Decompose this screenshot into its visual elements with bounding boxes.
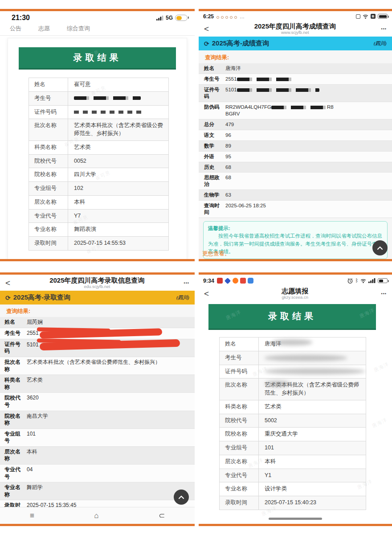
android-back-button[interactable]: ⊃	[159, 511, 165, 520]
battery-icon	[175, 15, 188, 21]
recents-button[interactable]: ≡	[30, 511, 34, 520]
row-value: 艺术类	[259, 400, 366, 414]
row-label: 生物学	[199, 190, 223, 200]
row-label: 录取时间	[29, 237, 68, 250]
row-value: 96	[223, 130, 392, 140]
row-value: 南昌大学	[24, 411, 195, 428]
table-row: 生物学63	[199, 190, 392, 201]
table-row: 专业名称设计学类	[220, 482, 366, 496]
row-value: 68	[223, 162, 392, 173]
row-label: 录取时间	[220, 496, 259, 510]
redaction-smudge	[272, 339, 312, 346]
more-menu-button[interactable]: •••	[381, 292, 387, 296]
panel-score-query: 6:25 … B < 2025年度四川高考成绩查询 www.scjyfb.net…	[199, 9, 392, 261]
home-button[interactable]: ⌂	[94, 511, 98, 520]
region-label: (四川)	[374, 40, 387, 47]
row-value: 四川大学	[68, 168, 168, 181]
screenshot-collage: 21:30 5G 公告 志愿 综合查询 录取结果 姓名崔可意考生号证件号码批次名…	[0, 0, 392, 526]
score-table: 姓名唐海洋考生号2551证件号码5101防伪码RR2WOA4LQH7FGR8BG…	[199, 63, 392, 218]
row-value: 唐海洋	[259, 337, 366, 351]
back-button[interactable]: <	[204, 289, 209, 298]
row-label: 院校名称	[220, 428, 259, 441]
row-label: 专业名称	[0, 482, 24, 500]
table-row: 批次名称艺术类本科批次（含艺术类省级公费师范生、乡村振兴）	[29, 119, 168, 141]
query-banner-title: 2025高考-成绩查询	[212, 39, 269, 48]
row-label: 层次名称	[220, 455, 259, 469]
row-label: 思想政治	[199, 173, 223, 189]
table-row: 专业组号101	[0, 429, 195, 447]
admission-table: 姓名屈芮娴考生号2551证件号码5101批次名称艺术类本科批次（含艺术类省级公费…	[0, 317, 195, 518]
result-label: 查询结果:	[0, 305, 195, 317]
table-row: 查询时间2025-06-25 18:25	[199, 201, 392, 218]
back-button[interactable]: <	[204, 25, 209, 33]
status-time: 21:30	[12, 14, 30, 22]
table-row: 批次名称艺术类本科批次（含艺术类省级公费师范生、乡村振兴）	[0, 357, 195, 375]
row-value	[259, 351, 366, 365]
row-value: 本科	[259, 455, 366, 469]
redaction-dashes	[74, 111, 145, 114]
table-row: 姓名唐海洋	[199, 63, 392, 74]
tab-comprehensive-query[interactable]: 综合查询	[67, 25, 90, 33]
row-label: 总分	[199, 119, 223, 130]
row-value: 101	[24, 429, 195, 446]
row-label: 证件号码	[199, 85, 223, 102]
table-row: 姓名崔可意	[29, 78, 168, 92]
row-label: 专业代号	[0, 465, 24, 482]
row-value: 本科	[24, 447, 195, 464]
row-value: 唐海洋	[223, 63, 392, 74]
result-banner: 录取结果	[208, 304, 376, 330]
table-row: 专业代号Y1	[220, 469, 366, 483]
table-row: 专业组号102	[29, 182, 168, 196]
row-value: Y1	[259, 469, 366, 482]
refresh-icon[interactable]: ⟳	[204, 40, 209, 47]
row-value: 屈芮娴	[24, 317, 195, 328]
scroll-top-button[interactable]	[372, 240, 388, 255]
browser-nav: < 志愿填报 gkzy.sceea.cn •••	[199, 285, 392, 301]
table-row: 防伪码RR2WOA4LQH7FGR8BGRV	[199, 102, 392, 119]
browser-nav: < 2025年度四川高考成绩查询 www.scjyfb.net •••	[199, 21, 392, 37]
row-value: 101	[259, 441, 366, 455]
page-url: gkzy.sceea.cn	[209, 295, 381, 300]
row-value: 5101	[223, 85, 392, 102]
browser-nav: < 2025年度四川高考录取信息查询 edu.scjyfb.net •••	[0, 275, 195, 291]
row-value: 舞蹈表演	[68, 223, 168, 236]
table-row: 科类名称艺术类	[29, 141, 168, 155]
row-value: 崔可意	[68, 78, 168, 91]
row-value	[68, 106, 168, 119]
refresh-icon[interactable]: ⟳	[5, 294, 11, 301]
row-label: 科类名称	[29, 141, 68, 154]
app-icon	[233, 278, 238, 284]
table-row: 院校代号0052	[29, 155, 168, 169]
tab-announcements[interactable]: 公告	[10, 25, 21, 33]
redaction-bars	[74, 96, 141, 100]
tab-volunteer[interactable]: 志愿	[38, 25, 50, 33]
app-icon	[225, 277, 231, 284]
bluetooth-icon: ᛒ	[355, 278, 358, 284]
status-bar: 21:30 5G	[0, 11, 195, 23]
row-value-line2: BGRV	[225, 111, 389, 117]
row-label: 考生号	[220, 351, 259, 365]
home-indicator[interactable]	[269, 518, 322, 520]
more-menu-button[interactable]: •••	[184, 281, 189, 285]
row-label: 考生号	[29, 92, 68, 105]
status-bar: 9:34 ᛒ	[199, 275, 392, 285]
scroll-top-button[interactable]	[174, 490, 189, 505]
table-row: 证件号码	[220, 365, 366, 379]
table-row: 层次名称本科	[0, 447, 195, 465]
row-label: 专业组号	[29, 182, 68, 195]
table-row: 思想政治68	[199, 173, 392, 190]
table-row: 层次名称本科	[220, 455, 366, 469]
row-value: 舞蹈学	[24, 482, 195, 500]
row-value: 艺术类本科批次（含艺术类省级公费师范生、乡村振兴）	[68, 119, 168, 140]
result-table: 姓名崔可意考生号证件号码批次名称艺术类本科批次（含艺术类省级公费师范生、乡村振兴…	[29, 78, 169, 251]
wifi-icon	[363, 14, 368, 19]
table-row: 考生号2551	[0, 328, 195, 339]
table-row: 数学89	[199, 141, 392, 152]
row-label: 专业组号	[0, 429, 24, 446]
query-banner: ⟳ 2025高考-录取查询 (四川)	[0, 291, 195, 305]
more-menu-button[interactable]: •••	[381, 27, 387, 31]
chevron-up-icon	[377, 246, 383, 250]
back-button[interactable]: <	[5, 279, 10, 287]
wifi-icon	[360, 279, 366, 283]
tip-box: 温馨提示: 按照今年我省普通高校招生考试工作进程，查询时间以省考试院公布信息为准…	[203, 221, 388, 259]
